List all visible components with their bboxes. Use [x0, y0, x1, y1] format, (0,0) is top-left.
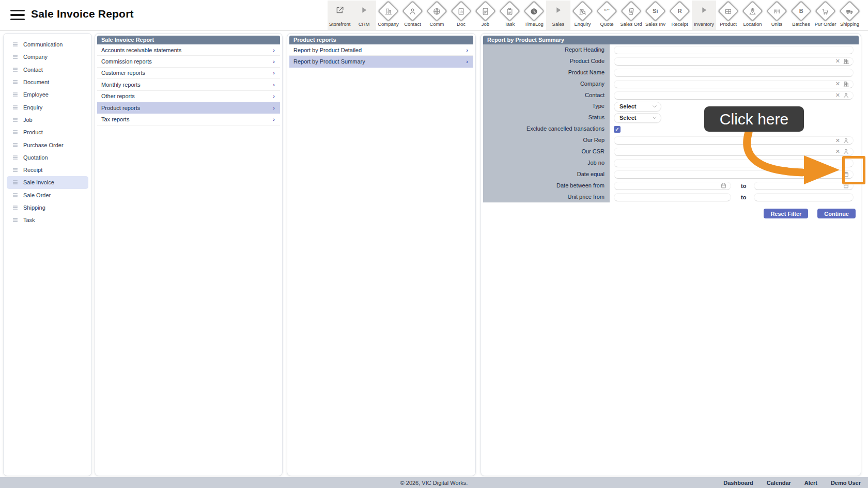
report-category-customer-reports[interactable]: Customer reports › [97, 68, 280, 79]
building-icon[interactable] [843, 58, 849, 65]
sidebar-item-employee[interactable]: Employee [7, 88, 88, 101]
product-name-input[interactable] [618, 69, 849, 76]
sidebar-item-enquiry[interactable]: Enquiry [7, 101, 88, 113]
company-input[interactable] [618, 81, 833, 88]
toolbar-item-label: Inventory [694, 22, 714, 27]
our-rep-input[interactable] [618, 137, 833, 144]
module-toolbar: Storefront CRM Company Contact Comm Doc … [328, 1, 862, 30]
toolbar-item-sales-ord[interactable]: Sales Ord [619, 1, 643, 30]
toolbar-item-product[interactable]: Product [716, 1, 740, 30]
toolbar-item-quote[interactable]: “” Quote [595, 1, 619, 30]
sidebar-item-document[interactable]: Document [7, 76, 88, 88]
sidebar-item-communication[interactable]: Communication [7, 38, 88, 51]
toolbar-item-location[interactable]: Location [740, 1, 765, 30]
toolbar-item-job[interactable]: Job [473, 1, 498, 30]
toolbar-item-company[interactable]: Company [376, 1, 400, 30]
toolbar-item-label: CRM [359, 22, 370, 27]
building-icon[interactable] [843, 81, 849, 87]
unit-price-from-input[interactable] [618, 194, 727, 201]
select-value: Select [619, 103, 636, 109]
field-label: Contact [483, 90, 610, 101]
person-icon[interactable] [843, 92, 849, 99]
toolbar-item-sales-inv[interactable]: Si Sales Inv [643, 1, 668, 30]
report-category-tax-reports[interactable]: Tax reports › [97, 114, 280, 125]
person-icon[interactable] [843, 148, 849, 155]
continue-button[interactable]: Continue [817, 209, 856, 218]
field-label: Date equal [483, 169, 610, 180]
sidebar-item-job[interactable]: Job [7, 114, 88, 126]
type-select[interactable]: Select [614, 102, 661, 112]
clear-icon[interactable]: ✕ [835, 92, 840, 98]
footer-link-dashboard[interactable]: Dashboard [723, 480, 753, 486]
sidebar-item-label: Company [23, 54, 48, 60]
clear-icon[interactable]: ✕ [835, 149, 840, 154]
product-code-input[interactable] [618, 58, 833, 65]
toolbar-item-crm[interactable]: CRM [352, 1, 376, 30]
toolbar-item-units[interactable]: Units [765, 1, 789, 30]
report-category-commission-reports[interactable]: Commission reports › [97, 56, 280, 67]
toolbar-item-timelog[interactable]: TimeLog [522, 1, 546, 30]
toolbar-item-inventory[interactable]: Inventory [692, 1, 716, 30]
chevron-right-icon: › [273, 70, 275, 76]
toolbar-item-label: Quote [600, 22, 614, 27]
report-category-monthly-reports[interactable]: Monthly reports › [97, 79, 280, 90]
report-heading-input[interactable] [618, 46, 849, 54]
sidebar-item-company[interactable]: Company [7, 51, 88, 63]
field-label: Our Rep [483, 135, 610, 146]
footer-link-alert[interactable]: Alert [804, 480, 817, 486]
toolbar-item-comm[interactable]: Comm [425, 1, 449, 30]
report-category-accounts-receivable-statements[interactable]: Accounts receivable statements › [97, 44, 280, 56]
sidebar-item-purchase-order[interactable]: Purchase Order [7, 138, 88, 151]
date-between-from-input[interactable] [618, 182, 718, 190]
toolbar-item-shipping[interactable]: Shipping [838, 1, 862, 30]
sidebar-item-contact[interactable]: Contact [7, 64, 88, 76]
sidebar-item-product[interactable]: Product [7, 126, 88, 138]
clear-icon[interactable]: ✕ [835, 138, 840, 144]
exclude-cancelled-transactions-checkbox[interactable]: ✓ [614, 126, 621, 133]
toolbar-item-storefront[interactable]: Storefront [328, 1, 352, 30]
status-select[interactable]: Select [614, 113, 661, 123]
caret-icon [652, 115, 658, 121]
hamburger-menu-icon[interactable] [10, 10, 25, 20]
our-rep-field: ✕ [614, 136, 854, 145]
form-row-date-equal: Date equal [483, 169, 859, 180]
sidebar-item-sale-order[interactable]: Sale Order [7, 189, 88, 201]
report-category-product-reports[interactable]: Product reports › [97, 102, 280, 114]
person-icon[interactable] [843, 137, 849, 144]
report-category-other-reports[interactable]: Other reports › [97, 91, 280, 102]
toolbar-item-label: Pur Order [815, 22, 836, 27]
report-report-by-product-detailed[interactable]: Report by Product Detailed › [289, 44, 473, 56]
listlines-icon [12, 117, 19, 123]
toolbar-item-contact[interactable]: Contact [400, 1, 425, 30]
sidebar-item-task[interactable]: Task [7, 214, 88, 226]
toolbar-item-task[interactable]: Task [498, 1, 522, 30]
toolbar-item-batches[interactable]: B Batches [789, 1, 813, 30]
calendar-icon[interactable] [720, 182, 727, 189]
date-between-to-input[interactable] [758, 182, 840, 190]
sidebar-item-sale-invoice[interactable]: Sale Invoice [7, 176, 88, 188]
toolbar-item-pur-order[interactable]: Pur Order [813, 1, 838, 30]
footer-link-demo-user[interactable]: Demo User [831, 480, 861, 486]
clear-icon[interactable]: ✕ [835, 58, 840, 64]
report-report-by-product-summary[interactable]: Report by Product Summary › [289, 56, 473, 67]
job-no-input[interactable] [618, 160, 849, 167]
toolbar-item-enquiry[interactable]: Enquiry [570, 1, 595, 30]
clear-icon[interactable]: ✕ [835, 81, 840, 87]
sidebar-item-shipping[interactable]: Shipping [7, 201, 88, 214]
diamond-shape [766, 0, 787, 21]
report-categories-panel: Sale Invoice Report Accounts receivable … [95, 33, 283, 476]
toolbar-item-sales[interactable]: Sales [546, 1, 570, 30]
toolbar-item-doc[interactable]: Doc [449, 1, 473, 30]
sidebar-item-quotation[interactable]: Quotation [7, 151, 88, 164]
our-csr-input[interactable] [618, 148, 833, 155]
toolbar-item-receipt[interactable]: R Receipt [668, 1, 692, 30]
panel-title: Product reports [289, 36, 473, 44]
contact-input[interactable] [618, 92, 833, 99]
date-between-from-field [614, 182, 731, 190]
sidebar-item-receipt[interactable]: Receipt [7, 164, 88, 176]
footer-link-calendar[interactable]: Calendar [767, 480, 791, 486]
diamond-shape [475, 0, 496, 21]
date-equal-input[interactable] [618, 171, 840, 178]
reset-filter-button[interactable]: Reset Filter [764, 209, 808, 218]
unit-price-to-input[interactable] [758, 194, 849, 201]
